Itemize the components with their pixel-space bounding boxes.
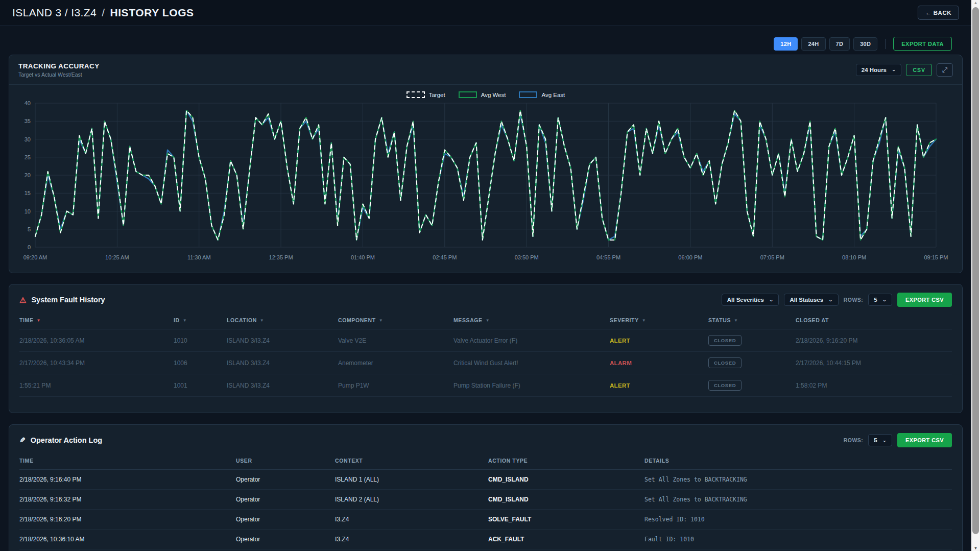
column-header-location[interactable]: LOCATION▼ [227,317,338,323]
sort-icon: ▼ [734,318,738,323]
column-header-status[interactable]: STATUS▼ [708,317,796,323]
fault-rows-select[interactable]: 5 ⌄ [868,294,892,306]
fault-export-csv-button[interactable]: EXPORT CSV [897,293,952,307]
action-details-cell: Set All Zones to BACKTRACKING [644,476,952,483]
tracking-accuracy-panel: TRACKING ACCURACY Target vs Actual West/… [9,55,963,273]
severity-filter-select[interactable]: All Severities ⌄ [722,294,779,306]
sort-icon: ▼ [183,318,187,323]
vertical-scrollbar[interactable]: ▲ ▼ [971,0,980,551]
column-header-time[interactable]: TIME▼ [19,317,174,323]
scrollbar-down-icon[interactable]: ▼ [971,546,980,550]
svg-text:01:40 PM: 01:40 PM [351,254,375,260]
legend-item-target[interactable]: Target [407,91,445,98]
fault-table-header: TIME▼ ID▼ LOCATION▼ COMPONENT▼ MESSAGE▼ … [19,312,952,329]
fault-status-cell: CLOSED [708,357,796,368]
chart-controls: 24 Hours ⌄ CSV ⤢ [856,63,953,77]
svg-text:25: 25 [25,154,31,160]
fault-id-cell: 1001 [174,382,227,389]
action-export-csv-button[interactable]: EXPORT CSV [897,433,952,447]
fault-rows-value: 5 [874,297,877,303]
action-user-cell: Operator [236,516,335,523]
fault-location-cell: ISLAND 3/I3.Z4 [227,382,338,389]
chart-range-select[interactable]: 24 Hours ⌄ [856,64,902,76]
range-toolbar: 12H 24H 7D 30D EXPORT DATA [774,37,952,51]
action-panel-title: ✎ Operator Action Log [19,436,102,444]
chart-panel-header: TRACKING ACCURACY Target vs Actual West/… [9,55,962,85]
column-header-severity[interactable]: SEVERITY▼ [610,317,708,323]
legend-item-avg-west[interactable]: Avg West [459,91,506,98]
sort-icon: ▼ [260,318,265,323]
range-button-12h[interactable]: 12H [774,37,798,51]
action-controls: ROWS: 5 ⌄ EXPORT CSV [844,433,952,447]
action-type-cell: CMD_ISLAND [488,476,644,483]
svg-text:11:30 AM: 11:30 AM [187,254,211,260]
fault-status-cell: CLOSED [708,380,796,391]
severity-badge: ALERT [610,382,708,389]
sort-icon: ▼ [486,318,490,323]
legend-item-avg-east[interactable]: Avg East [519,91,565,98]
action-log-row[interactable]: 2/18/2026, 9:16:20 PM Operator I3.Z4 SOL… [19,510,952,530]
action-log-row[interactable]: 2/18/2026, 9:16:32 PM Operator ISLAND 2 … [19,490,952,510]
scrollbar-thumb[interactable] [972,7,979,534]
chevron-down-icon: ⌄ [828,298,832,302]
column-header-context: CONTEXT [335,458,488,464]
action-time-cell: 2/18/2026, 10:36:10 AM [19,536,236,543]
action-context-cell: ISLAND 2 (ALL) [335,496,488,503]
range-button-30d[interactable]: 30D [853,37,877,51]
svg-text:0: 0 [28,244,31,250]
action-user-cell: Operator [236,496,335,503]
fault-time-cell: 1:55:21 PM [19,382,174,389]
action-context-cell: I3.Z4 [335,516,488,523]
fault-table-row[interactable]: 2/17/2026, 10:43:34 PM 1006 ISLAND 3/I3.… [19,352,952,374]
fault-id-cell: 1006 [174,360,227,367]
action-log-row[interactable]: 2/18/2026, 10:36:10 AM Operator I3.Z4 AC… [19,530,952,549]
column-header-component[interactable]: COMPONENT▼ [338,317,453,323]
range-button-24h[interactable]: 24H [801,37,825,51]
fault-message-cell: Valve Actuator Error (F) [453,337,610,344]
action-log-row[interactable]: 2/18/2026, 9:16:40 PM Operator ISLAND 1 … [19,470,952,490]
severity-badge: ALERT [610,338,708,344]
column-header-user: USER [236,458,335,464]
chevron-down-icon: ⌄ [882,298,887,302]
fault-panel-title: ⚠ System Fault History [19,296,105,304]
chart-subtitle: Target vs Actual West/East [18,71,100,78]
tracking-accuracy-chart[interactable]: 051015202530354009:20 AM10:25 AM11:30 AM… [11,99,961,263]
action-context-cell: ISLAND 1 (ALL) [335,476,488,483]
back-button[interactable]: ← BACK [918,6,959,20]
chevron-down-icon: ⌄ [892,67,896,72]
scrollbar-up-icon[interactable]: ▲ [971,1,980,5]
fault-status-cell: CLOSED [708,335,796,346]
top-bar: ISLAND 3 / I3.Z4 / HISTORY LOGS ← BACK [0,0,971,26]
column-header-message[interactable]: MESSAGE▼ [453,317,610,323]
fault-panel-header: ⚠ System Fault History All Severities ⌄ … [9,284,962,311]
chart-csv-button[interactable]: CSV [906,64,932,76]
svg-text:10: 10 [25,208,31,214]
legend-label-avg-west: Avg West [481,92,506,98]
export-data-button[interactable]: EXPORT DATA [893,37,952,51]
warning-triangle-icon: ⚠ [19,296,26,304]
svg-text:09:20 AM: 09:20 AM [23,254,47,260]
fault-panel-title-text: System Fault History [31,296,105,304]
target-line-swatch-icon [407,91,425,98]
svg-text:08:10 PM: 08:10 PM [842,254,866,260]
fault-component-cell: Anemometer [338,360,453,367]
fault-table-row[interactable]: 2/18/2026, 10:36:05 AM 1010 ISLAND 3/I3.… [19,329,952,352]
fault-component-cell: Pump P1W [338,382,453,389]
action-user-cell: Operator [236,476,335,483]
column-header-id[interactable]: ID▼ [174,317,227,323]
severity-filter-value: All Severities [727,297,764,303]
fault-table-row[interactable]: 1:55:21 PM 1001 ISLAND 3/I3.Z4 Pump P1W … [19,374,952,397]
status-badge: CLOSED [708,357,742,368]
action-time-cell: 2/18/2026, 9:16:40 PM [19,476,236,483]
svg-text:02:45 PM: 02:45 PM [433,254,457,260]
action-rows-select[interactable]: 5 ⌄ [868,434,892,446]
action-details-cell: Set All Zones to BACKTRACKING [644,496,952,503]
svg-text:03:50 PM: 03:50 PM [515,254,539,260]
chart-expand-button[interactable]: ⤢ [937,63,953,77]
operator-action-log-panel: ✎ Operator Action Log ROWS: 5 ⌄ EXPORT C… [9,424,963,551]
status-filter-select[interactable]: All Statuses ⌄ [784,294,838,306]
action-rows-value: 5 [874,437,877,443]
fault-rows-label: ROWS: [844,297,864,303]
range-button-7d[interactable]: 7D [829,37,850,51]
fault-location-cell: ISLAND 3/I3.Z4 [227,360,338,367]
